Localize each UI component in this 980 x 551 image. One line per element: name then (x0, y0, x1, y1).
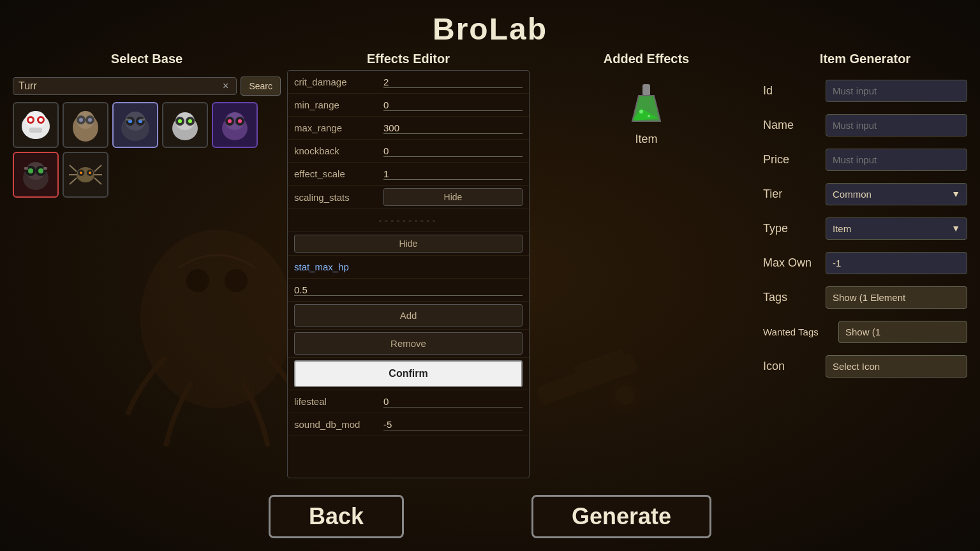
svg-point-50 (28, 168, 33, 173)
effect-row-minrange: min_range (288, 94, 529, 117)
gen-id-row: Id (763, 77, 967, 105)
search-button[interactable]: Searc (241, 77, 281, 96)
search-row: × Searc (13, 77, 281, 96)
gen-wanted-tags-row: Wanted Tags Show (1 (763, 318, 967, 346)
gen-maxown-row: Max Own (763, 249, 967, 277)
type-select[interactable]: Item ▼ (826, 217, 967, 240)
item-icon-3 (116, 106, 154, 144)
item-icon-5 (216, 106, 254, 144)
id-input[interactable] (826, 80, 967, 102)
effects-editor-title: Effects Editor (287, 52, 530, 66)
effect-row-lifesteal: lifesteal (288, 390, 529, 413)
effect-scale-input[interactable] (383, 168, 523, 180)
knockback-input[interactable] (383, 145, 523, 157)
base-item-7[interactable] (63, 152, 108, 198)
effect-row-knockback: knockback (288, 140, 529, 163)
main-container: BroLab Select Base × Searc (0, 0, 980, 551)
wanted-tags-show-button[interactable]: Show (1 (838, 321, 967, 343)
type-dropdown-arrow: ▼ (951, 223, 960, 233)
gen-price-row: Price (763, 145, 967, 173)
svg-point-25 (88, 118, 92, 122)
effect-row-stat: stat_max_hp (288, 256, 529, 279)
svg-point-39 (188, 119, 192, 123)
max-range-input[interactable] (383, 122, 523, 134)
lifesteal-label: lifesteal (294, 396, 383, 407)
svg-rect-32 (126, 119, 131, 121)
effect-row-scalingstats: scaling_stats Hide (288, 186, 529, 209)
min-range-label: min_range (294, 99, 383, 110)
icon-select-button[interactable]: Select Icon (826, 355, 967, 378)
select-base-title: Select Base (13, 52, 281, 66)
price-input[interactable] (826, 149, 967, 171)
select-base-panel: Select Base × Searc (13, 52, 281, 485)
added-effects-title: Added Effects (536, 52, 757, 66)
max-own-input[interactable] (826, 252, 967, 274)
min-range-input[interactable] (383, 99, 523, 111)
icon-label: Icon (763, 360, 820, 373)
bottom-bar: Back Generate (0, 485, 980, 551)
sound-db-input[interactable] (383, 419, 523, 430)
tier-dropdown-arrow: ▼ (951, 189, 960, 199)
add-button[interactable]: Add (294, 304, 523, 327)
sound-db-label: sound_db_mod (294, 419, 383, 430)
svg-point-63 (80, 172, 82, 174)
crit-damage-label: crit_damage (294, 77, 383, 87)
base-item-4[interactable] (162, 102, 208, 148)
lifesteal-input[interactable] (383, 396, 523, 408)
remove-button[interactable]: Remove (294, 332, 523, 355)
item-icon-7 (66, 156, 105, 194)
tier-value: Common (833, 189, 872, 200)
gen-tier-row: Tier Common ▼ (763, 180, 967, 208)
effect-row-sound: sound_db_mod (288, 413, 529, 436)
flask-icon (627, 83, 665, 128)
back-button[interactable]: Back (269, 495, 404, 538)
tags-show-button[interactable]: Show (1 Element (826, 286, 967, 309)
price-label: Price (763, 153, 820, 166)
max-own-label: Max Own (763, 256, 820, 270)
name-label: Name (763, 119, 820, 132)
svg-rect-65 (642, 84, 650, 96)
effect-row-stat-value (288, 279, 529, 302)
search-input[interactable] (19, 80, 220, 92)
item-icon-4 (166, 106, 204, 144)
hide-button-1[interactable]: Hide (383, 188, 523, 206)
effects-list[interactable]: crit_damage min_range max_range knockbac… (287, 70, 530, 478)
base-item-2[interactable] (63, 102, 108, 148)
search-input-wrapper: × (13, 77, 237, 95)
svg-point-17 (29, 118, 33, 122)
svg-rect-52 (24, 167, 28, 170)
tier-label: Tier (763, 187, 820, 201)
tier-select[interactable]: Common ▼ (826, 183, 967, 205)
base-item-5[interactable] (212, 102, 258, 148)
base-item-6[interactable] (13, 152, 59, 198)
svg-rect-33 (140, 119, 145, 121)
effect-row-maxrange: max_range (288, 117, 529, 140)
hide-button-2[interactable]: Hide (294, 235, 523, 253)
add-row: Add (288, 302, 529, 330)
stat-value-input[interactable] (294, 284, 523, 296)
svg-point-24 (79, 118, 83, 122)
item-icon-2 (66, 106, 105, 144)
svg-point-51 (38, 168, 43, 173)
added-item-label: Item (635, 133, 657, 146)
clear-button[interactable]: × (220, 80, 231, 92)
added-effects-panel: Added Effects Item (536, 52, 757, 485)
svg-point-70 (648, 115, 650, 117)
divider-dashes: ---------- (378, 212, 438, 229)
name-input[interactable] (826, 114, 967, 136)
crit-damage-input[interactable] (383, 77, 523, 88)
gen-type-row: Type Item ▼ (763, 214, 967, 242)
content-area: Select Base × Searc (0, 52, 980, 485)
type-label: Type (763, 222, 820, 235)
effect-row-crit: crit_damage (288, 71, 529, 94)
generate-button[interactable]: Generate (531, 495, 711, 538)
title-bar: BroLab (0, 0, 980, 52)
base-item-1[interactable] (13, 102, 59, 148)
stat-max-hp-label: stat_max_hp (294, 261, 383, 272)
svg-point-44 (228, 119, 232, 123)
svg-rect-53 (43, 167, 47, 170)
confirm-button[interactable]: Confirm (294, 360, 523, 387)
svg-point-64 (89, 172, 91, 174)
base-item-3[interactable] (112, 102, 158, 148)
type-value: Item (833, 223, 851, 234)
